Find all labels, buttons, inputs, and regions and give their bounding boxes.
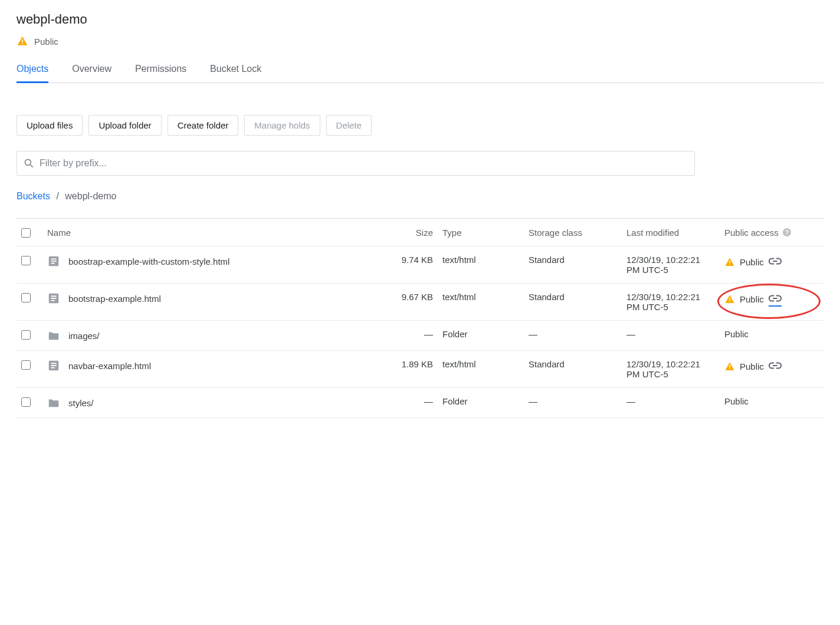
cell-modified: 12/30/19, 10:22:21 PM UTC-5 xyxy=(626,292,700,312)
search-icon xyxy=(23,157,35,169)
cell-access: Public xyxy=(740,294,764,304)
warning-icon xyxy=(17,35,28,47)
cell-modified: — xyxy=(626,329,635,339)
cell-size: 1.89 KB xyxy=(402,359,433,369)
row-checkbox[interactable] xyxy=(21,293,31,302)
link-icon xyxy=(769,255,782,268)
cell-storage: — xyxy=(529,329,537,339)
object-name[interactable]: styles/ xyxy=(68,398,94,408)
row-checkbox[interactable] xyxy=(21,330,31,340)
select-all-checkbox[interactable] xyxy=(21,228,31,238)
row-checkbox[interactable] xyxy=(21,360,31,370)
folder-icon xyxy=(47,329,60,342)
warning-icon xyxy=(724,361,735,372)
filter-box[interactable] xyxy=(17,151,695,176)
breadcrumb-root[interactable]: Buckets xyxy=(17,191,50,201)
bucket-access-label: Public xyxy=(34,37,58,47)
file-icon xyxy=(47,292,60,305)
tab-objects[interactable]: Objects xyxy=(17,58,48,83)
cell-storage: Standard xyxy=(529,359,565,369)
tab-bucket-lock[interactable]: Bucket Lock xyxy=(210,58,261,83)
table-row[interactable]: styles/—Folder——Public xyxy=(17,388,823,418)
object-name[interactable]: navbar-example.html xyxy=(68,361,151,371)
delete-button: Delete xyxy=(326,115,372,136)
objects-table: Name Size Type Storage class Last modifi… xyxy=(17,218,823,418)
breadcrumb-separator: / xyxy=(56,191,58,201)
object-name[interactable]: images/ xyxy=(68,331,100,341)
table-row[interactable]: bootstrap-example.html9.67 KBtext/htmlSt… xyxy=(17,284,823,321)
cell-type: text/html xyxy=(442,359,476,369)
cell-storage: — xyxy=(529,396,537,406)
cell-storage: Standard xyxy=(529,255,565,265)
create-folder-button[interactable]: Create folder xyxy=(168,115,239,136)
table-row[interactable]: navbar-example.html1.89 KBtext/htmlStand… xyxy=(17,351,823,388)
tab-overview[interactable]: Overview xyxy=(72,58,111,83)
col-header-access[interactable]: Public access xyxy=(724,228,779,238)
cell-access: Public xyxy=(740,257,764,267)
row-checkbox[interactable] xyxy=(21,397,31,407)
cell-size: — xyxy=(424,396,433,406)
col-header-type[interactable]: Type xyxy=(442,228,462,238)
table-header-row: Name Size Type Storage class Last modifi… xyxy=(17,219,823,246)
page-title: webpl-demo xyxy=(17,12,823,27)
cell-size: — xyxy=(424,329,433,339)
help-icon[interactable] xyxy=(782,228,792,237)
link-icon xyxy=(769,292,782,305)
warning-icon xyxy=(724,294,735,305)
bucket-access-indicator: Public xyxy=(17,35,823,47)
cell-type: Folder xyxy=(442,396,468,406)
tab-permissions[interactable]: Permissions xyxy=(135,58,186,83)
cell-access: Public xyxy=(724,396,749,406)
tabs: ObjectsOverviewPermissionsBucket Lock xyxy=(17,58,823,83)
cell-type: text/html xyxy=(442,292,476,302)
cell-modified: 12/30/19, 10:22:21 PM UTC-5 xyxy=(626,359,700,379)
cell-modified: — xyxy=(626,396,635,406)
cell-size: 9.74 KB xyxy=(402,255,433,265)
filter-input[interactable] xyxy=(35,154,688,172)
row-checkbox[interactable] xyxy=(21,256,31,265)
cell-modified: 12/30/19, 10:22:21 PM UTC-5 xyxy=(626,255,700,275)
cell-size: 9.67 KB xyxy=(402,292,433,302)
cell-type: text/html xyxy=(442,255,476,265)
col-header-name[interactable]: Name xyxy=(47,228,71,238)
breadcrumb: Buckets / webpl-demo xyxy=(17,191,823,202)
cell-storage: Standard xyxy=(529,292,565,302)
manage-holds-button: Manage holds xyxy=(244,115,320,136)
public-link-button[interactable] xyxy=(769,255,782,269)
col-header-modified[interactable]: Last modified xyxy=(626,228,679,238)
breadcrumb-current: webpl-demo xyxy=(65,191,116,201)
table-row[interactable]: images/—Folder——Public xyxy=(17,321,823,351)
file-icon xyxy=(47,255,60,268)
cell-type: Folder xyxy=(442,329,468,339)
col-header-storage[interactable]: Storage class xyxy=(529,228,582,238)
upload-folder-button[interactable]: Upload folder xyxy=(88,115,161,136)
public-link-button[interactable] xyxy=(769,292,782,307)
upload-files-button[interactable]: Upload files xyxy=(17,115,83,136)
toolbar: Upload filesUpload folderCreate folderMa… xyxy=(17,115,823,136)
public-link-button[interactable] xyxy=(769,359,782,374)
warning-icon xyxy=(724,257,735,268)
folder-icon xyxy=(47,396,60,409)
cell-access: Public xyxy=(740,361,764,371)
table-row[interactable]: boostrap-example-with-custom-style.html9… xyxy=(17,246,823,284)
cell-access: Public xyxy=(724,329,749,339)
link-icon xyxy=(769,359,782,372)
file-icon xyxy=(47,359,60,372)
object-name[interactable]: boostrap-example-with-custom-style.html xyxy=(68,256,229,267)
object-name[interactable]: bootstrap-example.html xyxy=(68,294,161,304)
col-header-size[interactable]: Size xyxy=(416,228,433,238)
